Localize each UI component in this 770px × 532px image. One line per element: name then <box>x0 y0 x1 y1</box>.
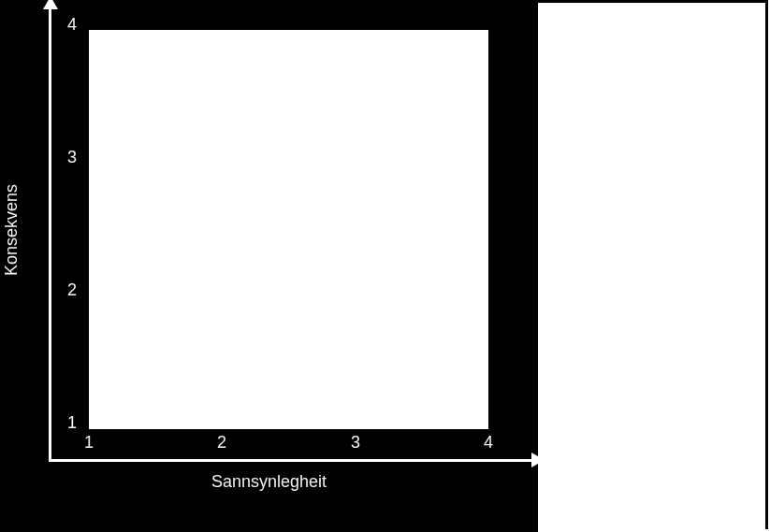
x-axis-title: Sannsynlegheit <box>0 472 538 492</box>
chart-canvas: 1 2 3 4 1 2 3 4 Sannsynlegheit Konsekven… <box>0 0 538 532</box>
y-tick: 1 <box>67 413 77 433</box>
chart-root: 1 2 3 4 1 2 3 4 Sannsynlegheit Konsekven… <box>0 0 770 532</box>
y-tick: 3 <box>67 148 77 167</box>
x-tick: 2 <box>217 433 226 453</box>
y-tick: 4 <box>67 15 77 35</box>
y-axis-arrow-icon <box>43 0 58 9</box>
x-tick: 1 <box>84 433 94 453</box>
y-axis-line <box>49 0 51 462</box>
x-tick: 4 <box>484 433 493 453</box>
y-tick: 2 <box>67 280 77 300</box>
x-tick: 3 <box>351 433 360 453</box>
side-panel <box>538 0 768 529</box>
x-axis-line <box>49 459 535 462</box>
plot-area <box>89 30 488 429</box>
y-axis-title: Konsekvens <box>2 138 22 230</box>
